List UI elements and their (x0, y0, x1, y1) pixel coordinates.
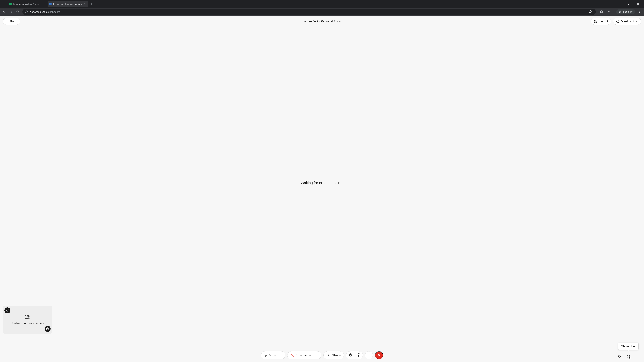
downloads-icon[interactable] (606, 9, 612, 15)
main-video-area: Waiting for others to join... Unable to … (0, 27, 644, 349)
bookmark-icon[interactable] (587, 9, 593, 15)
back-button[interactable]: Back (3, 18, 20, 25)
svg-rect-5 (628, 3, 629, 4)
layout-icon (594, 20, 597, 23)
meeting-top-bar: Back Lauren Deli's Personal Room Layout … (0, 16, 644, 27)
close-icon (377, 354, 381, 357)
address-bar[interactable]: web.webex.com/dashboard (22, 9, 596, 15)
self-view-settings-button[interactable] (44, 326, 51, 332)
svg-point-36 (369, 355, 369, 356)
new-tab-button[interactable]: + (89, 1, 94, 6)
reactions-button[interactable] (357, 353, 360, 358)
chat-button[interactable] (626, 354, 631, 359)
share-button[interactable]: Share (323, 351, 344, 359)
start-video-label: Start video (296, 354, 312, 357)
browser-chrome: Integrations Webex Profile In meeting · … (0, 0, 644, 16)
tab-title: In meeting · Meeting · Webex (53, 3, 82, 5)
svg-point-37 (370, 355, 370, 356)
svg-point-16 (640, 12, 640, 13)
participants-button[interactable] (616, 354, 622, 359)
tab-search-dropdown[interactable] (1, 1, 6, 6)
video-off-icon (290, 354, 294, 357)
browser-tab[interactable]: In meeting · Meeting · Webex (48, 1, 88, 7)
more-horizontal-icon (367, 354, 371, 357)
page-content: Back Lauren Deli's Personal Room Layout … (0, 16, 644, 362)
back-label: Back (10, 19, 17, 23)
end-meeting-button[interactable] (375, 351, 383, 359)
svg-point-45 (639, 356, 639, 357)
close-icon[interactable] (43, 2, 46, 5)
svg-rect-18 (596, 20, 597, 21)
svg-rect-19 (594, 22, 595, 23)
tab-favicon-icon (49, 2, 52, 5)
chevron-down-icon (317, 354, 319, 357)
forward-button[interactable] (8, 9, 14, 15)
top-right-controls: Layout Meeting info (591, 18, 641, 25)
more-horizontal-icon (636, 355, 640, 358)
toolbar-icons: Incognito (598, 9, 643, 15)
menu-icon[interactable] (636, 9, 643, 15)
svg-point-14 (640, 10, 640, 11)
show-chat-tooltip: Show chat (618, 343, 639, 350)
svg-point-15 (640, 11, 640, 12)
window-controls (616, 1, 643, 6)
svg-point-35 (368, 355, 368, 356)
hand-icon (348, 353, 352, 357)
back-button[interactable] (1, 9, 8, 15)
waiting-message: Waiting for others to join... (301, 181, 344, 185)
chevron-down-icon (281, 354, 283, 357)
svg-marker-12 (589, 10, 592, 13)
site-info-icon[interactable] (25, 10, 28, 13)
mute-button[interactable]: Mute (261, 351, 285, 359)
gear-icon (46, 327, 49, 330)
raise-hand-button[interactable] (348, 353, 352, 358)
incognito-label: Incognito (623, 10, 632, 13)
incognito-icon (619, 10, 622, 13)
layout-button[interactable]: Layout (591, 18, 611, 25)
room-title: Lauren Deli's Personal Room (302, 20, 342, 23)
tab-bar: Integrations Webex Profile In meeting · … (0, 0, 644, 8)
minimize-button[interactable] (616, 1, 623, 6)
pin-button[interactable] (4, 307, 10, 313)
svg-point-43 (637, 356, 637, 357)
self-view-tile[interactable]: Unable to access camera (3, 306, 52, 334)
info-icon (616, 20, 619, 23)
meeting-controls-bar: Mute Start video Share (0, 349, 644, 362)
share-screen-icon (326, 354, 330, 357)
reload-button[interactable] (15, 9, 21, 15)
close-window-button[interactable] (634, 1, 642, 6)
maximize-button[interactable] (625, 1, 632, 6)
svg-point-25 (47, 329, 48, 329)
svg-point-44 (638, 356, 638, 357)
close-icon[interactable] (84, 2, 86, 5)
mute-options-caret[interactable] (278, 354, 283, 357)
right-panel-controls (616, 354, 641, 359)
tab-favicon-icon (9, 2, 12, 5)
camera-status-text: Unable to access camera (10, 322, 44, 325)
chat-icon (626, 355, 630, 359)
url-text: web.webex.com/dashboard (30, 10, 586, 13)
svg-point-40 (618, 355, 619, 357)
svg-rect-20 (596, 22, 597, 23)
incognito-chip[interactable]: Incognito (616, 9, 635, 14)
mute-label: Mute (269, 354, 276, 357)
svg-rect-17 (594, 20, 595, 21)
panel-options-button[interactable] (635, 354, 641, 359)
more-options-button[interactable] (365, 351, 373, 359)
browser-tab[interactable]: Integrations Webex Profile (8, 1, 48, 7)
tab-title: Integrations Webex Profile (13, 3, 42, 5)
share-label: Share (332, 354, 341, 357)
video-options-caret[interactable] (314, 354, 319, 357)
participants-icon (617, 355, 621, 359)
svg-line-11 (25, 11, 27, 13)
meeting-info-button[interactable]: Meeting info (613, 18, 641, 25)
camera-off-icon (24, 314, 31, 320)
start-video-button[interactable]: Start video (287, 351, 321, 359)
meeting-info-label: Meeting info (621, 19, 638, 23)
extensions-icon[interactable] (598, 9, 604, 15)
emoji-icon (357, 353, 360, 357)
chevron-left-icon (6, 20, 8, 23)
microphone-icon (264, 354, 267, 357)
nav-bar: web.webex.com/dashboard Incognito (0, 8, 644, 16)
reactions-group (346, 351, 363, 359)
